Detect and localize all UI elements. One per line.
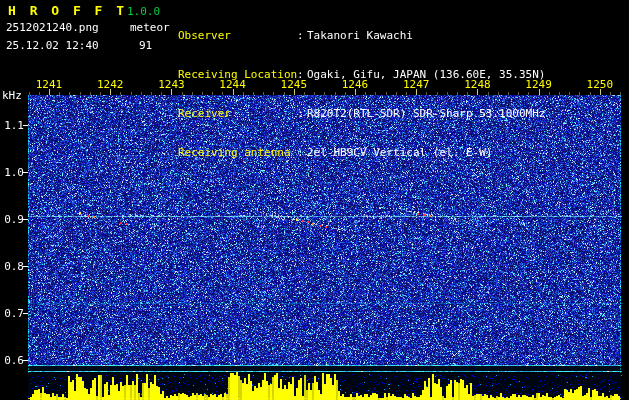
time-label-1248: 1248 <box>461 78 493 91</box>
time-label-1247: 1247 <box>400 78 432 91</box>
freq-label-0.6: 0.6 <box>0 354 24 367</box>
station-info: Observer:Takanori Kawachi Receiving Loca… <box>178 3 545 185</box>
freq-label-1.0: 1.0 <box>0 166 24 179</box>
time-label-1250: 1250 <box>584 78 616 91</box>
freq-label-0.7: 0.7 <box>0 307 24 320</box>
info-value: R820T2(RTL-SDR) SDR-Sharp 53.1000MHz <box>307 107 545 120</box>
time-label-1245: 1245 <box>278 78 310 91</box>
time-label-1244: 1244 <box>217 78 249 91</box>
info-row-observer: Observer:Takanori Kawachi <box>178 29 545 42</box>
info-row-antenna: Receiving antenna:2el-HB9CV Vertical (el… <box>178 146 545 159</box>
echo-count: 91 <box>139 39 152 52</box>
time-label-1241: 1241 <box>33 78 65 91</box>
freq-label-1.1: 1.1 <box>0 119 24 132</box>
time-label-1246: 1246 <box>339 78 371 91</box>
info-label: Observer <box>178 29 297 42</box>
time-label-1249: 1249 <box>523 78 555 91</box>
info-label: Receiver <box>178 107 297 120</box>
freq-label-0.9: 0.9 <box>0 213 24 226</box>
info-label: Receiving antenna <box>178 146 297 159</box>
hrofft-spectrogram-screen: H R O F F T 1.0.0 2512021240.png meteor … <box>0 0 629 400</box>
info-separator: : <box>297 146 307 159</box>
info-row-receiver: Receiver:R820T2(RTL-SDR) SDR-Sharp 53.10… <box>178 107 545 120</box>
time-axis: 1241124212431244124512461247124812491250 <box>0 78 629 92</box>
info-value: Takanori Kawachi <box>307 29 413 42</box>
mode-label: meteor <box>130 21 170 34</box>
info-separator: : <box>297 107 307 120</box>
freq-label-0.8: 0.8 <box>0 260 24 273</box>
info-separator: : <box>297 29 307 42</box>
freq-axis: 1.11.00.90.80.70.6 <box>0 0 26 400</box>
app-version: 1.0.0 <box>127 5 160 18</box>
time-label-1243: 1243 <box>155 78 187 91</box>
time-label-1242: 1242 <box>94 78 126 91</box>
info-value: 2el-HB9CV Vertical (el. E-W) <box>307 146 492 159</box>
